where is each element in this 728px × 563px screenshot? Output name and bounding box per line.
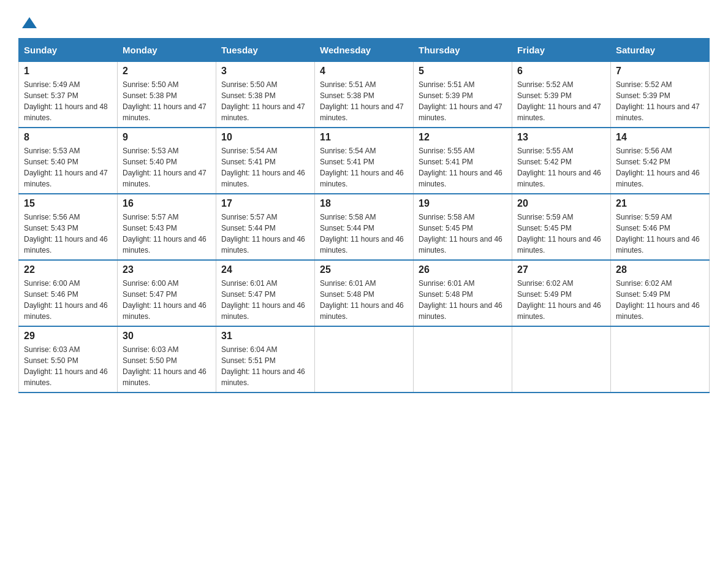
day-info: Sunrise: 6:04 AMSunset: 5:51 PMDaylight:… <box>221 345 305 387</box>
day-info: Sunrise: 5:51 AMSunset: 5:38 PMDaylight:… <box>320 80 404 122</box>
day-info: Sunrise: 5:50 AMSunset: 5:38 PMDaylight:… <box>123 80 207 122</box>
calendar-day-cell: 23 Sunrise: 6:00 AMSunset: 5:47 PMDaylig… <box>118 260 216 326</box>
day-info: Sunrise: 5:57 AMSunset: 5:44 PMDaylight:… <box>221 213 305 255</box>
calendar-table: SundayMondayTuesdayWednesdayThursdayFrid… <box>18 38 710 393</box>
calendar-day-cell <box>315 326 414 393</box>
calendar-day-cell: 1 Sunrise: 5:49 AMSunset: 5:37 PMDayligh… <box>19 62 118 128</box>
day-number: 4 <box>320 66 408 77</box>
day-info: Sunrise: 5:58 AMSunset: 5:45 PMDaylight:… <box>419 213 502 255</box>
logo <box>18 12 37 28</box>
day-info: Sunrise: 6:02 AMSunset: 5:49 PMDaylight:… <box>616 279 700 321</box>
day-number: 9 <box>123 132 211 143</box>
calendar-day-header: Tuesday <box>216 39 315 62</box>
calendar-day-cell: 3 Sunrise: 5:50 AMSunset: 5:38 PMDayligh… <box>216 62 315 128</box>
day-info: Sunrise: 5:53 AMSunset: 5:40 PMDaylight:… <box>24 147 108 188</box>
day-info: Sunrise: 6:00 AMSunset: 5:46 PMDaylight:… <box>24 279 108 321</box>
calendar-day-cell: 25 Sunrise: 6:01 AMSunset: 5:48 PMDaylig… <box>315 260 414 326</box>
calendar-day-cell: 9 Sunrise: 5:53 AMSunset: 5:40 PMDayligh… <box>118 128 216 194</box>
day-info: Sunrise: 6:02 AMSunset: 5:49 PMDaylight:… <box>517 279 601 321</box>
calendar-day-cell: 28 Sunrise: 6:02 AMSunset: 5:49 PMDaylig… <box>611 260 710 326</box>
calendar-day-cell: 11 Sunrise: 5:54 AMSunset: 5:41 PMDaylig… <box>315 128 414 194</box>
calendar-day-cell: 24 Sunrise: 6:01 AMSunset: 5:47 PMDaylig… <box>216 260 315 326</box>
day-number: 31 <box>221 331 309 342</box>
day-info: Sunrise: 5:57 AMSunset: 5:43 PMDaylight:… <box>123 213 207 255</box>
day-number: 6 <box>517 66 605 77</box>
calendar-day-cell: 30 Sunrise: 6:03 AMSunset: 5:50 PMDaylig… <box>118 326 216 393</box>
calendar-day-cell: 19 Sunrise: 5:58 AMSunset: 5:45 PMDaylig… <box>414 194 512 260</box>
day-info: Sunrise: 6:03 AMSunset: 5:50 PMDaylight:… <box>24 345 108 387</box>
calendar-day-header: Thursday <box>414 39 512 62</box>
day-number: 24 <box>221 264 309 275</box>
day-info: Sunrise: 6:01 AMSunset: 5:47 PMDaylight:… <box>221 279 305 321</box>
calendar-week-row: 22 Sunrise: 6:00 AMSunset: 5:46 PMDaylig… <box>19 260 710 326</box>
day-number: 18 <box>320 198 408 209</box>
page-header <box>18 12 710 28</box>
calendar-day-cell: 13 Sunrise: 5:55 AMSunset: 5:42 PMDaylig… <box>512 128 611 194</box>
calendar-day-cell: 18 Sunrise: 5:58 AMSunset: 5:44 PMDaylig… <box>315 194 414 260</box>
calendar-week-row: 15 Sunrise: 5:56 AMSunset: 5:43 PMDaylig… <box>19 194 710 260</box>
day-number: 22 <box>24 264 112 275</box>
day-info: Sunrise: 5:49 AMSunset: 5:37 PMDaylight:… <box>24 80 108 122</box>
calendar-day-cell: 7 Sunrise: 5:52 AMSunset: 5:39 PMDayligh… <box>611 62 710 128</box>
calendar-day-cell: 26 Sunrise: 6:01 AMSunset: 5:48 PMDaylig… <box>414 260 512 326</box>
day-number: 28 <box>616 264 704 275</box>
calendar-day-cell <box>611 326 710 393</box>
day-info: Sunrise: 5:58 AMSunset: 5:44 PMDaylight:… <box>320 213 404 255</box>
calendar-week-row: 1 Sunrise: 5:49 AMSunset: 5:37 PMDayligh… <box>19 62 710 128</box>
calendar-day-cell: 22 Sunrise: 6:00 AMSunset: 5:46 PMDaylig… <box>19 260 118 326</box>
day-info: Sunrise: 6:01 AMSunset: 5:48 PMDaylight:… <box>320 279 404 321</box>
calendar-day-cell: 20 Sunrise: 5:59 AMSunset: 5:45 PMDaylig… <box>512 194 611 260</box>
day-number: 14 <box>616 132 704 143</box>
day-info: Sunrise: 5:51 AMSunset: 5:39 PMDaylight:… <box>419 80 502 122</box>
day-number: 13 <box>517 132 605 143</box>
day-info: Sunrise: 5:50 AMSunset: 5:38 PMDaylight:… <box>221 80 305 122</box>
calendar-day-cell: 29 Sunrise: 6:03 AMSunset: 5:50 PMDaylig… <box>19 326 118 393</box>
day-info: Sunrise: 5:56 AMSunset: 5:42 PMDaylight:… <box>616 147 700 188</box>
day-number: 29 <box>24 331 112 342</box>
calendar-day-cell: 6 Sunrise: 5:52 AMSunset: 5:39 PMDayligh… <box>512 62 611 128</box>
logo-blue-text <box>18 17 37 28</box>
calendar-day-cell: 4 Sunrise: 5:51 AMSunset: 5:38 PMDayligh… <box>315 62 414 128</box>
calendar-day-header: Friday <box>512 39 611 62</box>
day-number: 30 <box>123 331 211 342</box>
day-number: 5 <box>419 66 507 77</box>
calendar-day-cell: 2 Sunrise: 5:50 AMSunset: 5:38 PMDayligh… <box>118 62 216 128</box>
calendar-day-cell: 12 Sunrise: 5:55 AMSunset: 5:41 PMDaylig… <box>414 128 512 194</box>
day-number: 1 <box>24 66 112 77</box>
day-info: Sunrise: 5:54 AMSunset: 5:41 PMDaylight:… <box>221 147 305 188</box>
day-number: 25 <box>320 264 408 275</box>
day-number: 26 <box>419 264 507 275</box>
calendar-day-cell <box>512 326 611 393</box>
day-number: 11 <box>320 132 408 143</box>
calendar-day-cell: 21 Sunrise: 5:59 AMSunset: 5:46 PMDaylig… <box>611 194 710 260</box>
day-number: 16 <box>123 198 211 209</box>
calendar-day-header: Monday <box>118 39 216 62</box>
day-info: Sunrise: 5:56 AMSunset: 5:43 PMDaylight:… <box>24 213 108 255</box>
day-info: Sunrise: 6:03 AMSunset: 5:50 PMDaylight:… <box>123 345 207 387</box>
calendar-day-header: Sunday <box>19 39 118 62</box>
day-info: Sunrise: 5:55 AMSunset: 5:41 PMDaylight:… <box>419 147 502 188</box>
day-info: Sunrise: 6:01 AMSunset: 5:48 PMDaylight:… <box>419 279 502 321</box>
day-number: 20 <box>517 198 605 209</box>
day-number: 15 <box>24 198 112 209</box>
logo-triangle-icon <box>22 17 37 28</box>
calendar-day-cell: 27 Sunrise: 6:02 AMSunset: 5:49 PMDaylig… <box>512 260 611 326</box>
calendar-day-cell: 14 Sunrise: 5:56 AMSunset: 5:42 PMDaylig… <box>611 128 710 194</box>
day-info: Sunrise: 6:00 AMSunset: 5:47 PMDaylight:… <box>123 279 207 321</box>
calendar-day-header: Wednesday <box>315 39 414 62</box>
day-info: Sunrise: 5:55 AMSunset: 5:42 PMDaylight:… <box>517 147 601 188</box>
day-info: Sunrise: 5:52 AMSunset: 5:39 PMDaylight:… <box>616 80 700 122</box>
day-number: 21 <box>616 198 704 209</box>
day-info: Sunrise: 5:59 AMSunset: 5:46 PMDaylight:… <box>616 213 700 255</box>
day-number: 12 <box>419 132 507 143</box>
calendar-day-cell <box>414 326 512 393</box>
day-number: 10 <box>221 132 309 143</box>
day-info: Sunrise: 5:54 AMSunset: 5:41 PMDaylight:… <box>320 147 404 188</box>
day-number: 17 <box>221 198 309 209</box>
calendar-day-header: Saturday <box>611 39 710 62</box>
calendar-week-row: 29 Sunrise: 6:03 AMSunset: 5:50 PMDaylig… <box>19 326 710 393</box>
calendar-day-cell: 15 Sunrise: 5:56 AMSunset: 5:43 PMDaylig… <box>19 194 118 260</box>
day-info: Sunrise: 5:53 AMSunset: 5:40 PMDaylight:… <box>123 147 207 188</box>
day-number: 3 <box>221 66 309 77</box>
day-number: 8 <box>24 132 112 143</box>
